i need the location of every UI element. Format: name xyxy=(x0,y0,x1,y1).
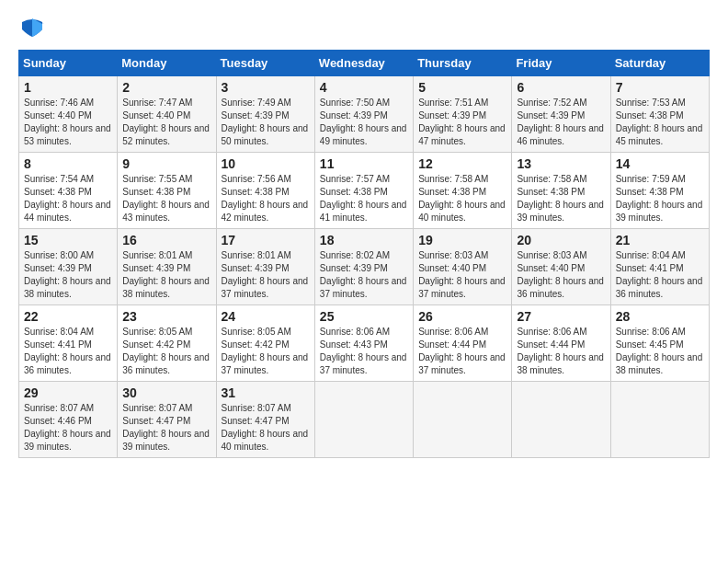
calendar-cell: 18 Sunrise: 8:02 AMSunset: 4:39 PMDaylig… xyxy=(314,229,413,305)
day-number: 26 xyxy=(418,309,506,324)
calendar-cell: 25 Sunrise: 8:06 AMSunset: 4:43 PMDaylig… xyxy=(314,305,413,382)
day-info: Sunrise: 8:03 AMSunset: 4:40 PMDaylight:… xyxy=(418,250,506,299)
day-info: Sunrise: 8:00 AMSunset: 4:39 PMDaylight:… xyxy=(24,250,111,299)
day-info: Sunrise: 8:01 AMSunset: 4:39 PMDaylight:… xyxy=(122,250,210,299)
day-number: 29 xyxy=(24,385,112,400)
day-info: Sunrise: 7:58 AMSunset: 4:38 PMDaylight:… xyxy=(517,174,604,223)
calendar-cell: 19 Sunrise: 8:03 AMSunset: 4:40 PMDaylig… xyxy=(414,229,512,305)
day-info: Sunrise: 8:04 AMSunset: 4:41 PMDaylight:… xyxy=(616,250,703,299)
calendar-cell: 2 Sunrise: 7:47 AMSunset: 4:40 PMDayligh… xyxy=(118,76,216,153)
day-info: Sunrise: 7:55 AMSunset: 4:38 PMDaylight:… xyxy=(122,174,210,223)
day-number: 18 xyxy=(320,233,408,247)
calendar-cell xyxy=(512,382,610,458)
calendar-cell: 23 Sunrise: 8:05 AMSunset: 4:42 PMDaylig… xyxy=(118,305,216,382)
calendar-cell: 21 Sunrise: 8:04 AMSunset: 4:41 PMDaylig… xyxy=(610,229,709,305)
day-info: Sunrise: 8:07 AMSunset: 4:47 PMDaylight:… xyxy=(122,403,210,452)
calendar-week-1: 1 Sunrise: 7:46 AMSunset: 4:40 PMDayligh… xyxy=(19,76,710,153)
calendar-week-5: 29 Sunrise: 8:07 AMSunset: 4:46 PMDaylig… xyxy=(19,382,710,458)
day-number: 7 xyxy=(616,80,704,95)
day-number: 9 xyxy=(122,156,210,171)
day-number: 24 xyxy=(222,309,310,324)
day-number: 11 xyxy=(320,156,408,171)
header-tuesday: Tuesday xyxy=(216,51,314,76)
day-info: Sunrise: 7:54 AMSunset: 4:38 PMDaylight:… xyxy=(24,174,111,223)
day-number: 14 xyxy=(616,156,704,171)
calendar-cell: 16 Sunrise: 8:01 AMSunset: 4:39 PMDaylig… xyxy=(118,229,216,305)
calendar-cell: 27 Sunrise: 8:06 AMSunset: 4:44 PMDaylig… xyxy=(512,305,610,382)
day-info: Sunrise: 7:59 AMSunset: 4:38 PMDaylight:… xyxy=(616,174,703,223)
day-number: 16 xyxy=(122,233,210,247)
day-number: 5 xyxy=(418,80,506,95)
day-info: Sunrise: 8:06 AMSunset: 4:44 PMDaylight:… xyxy=(517,327,604,375)
day-info: Sunrise: 8:04 AMSunset: 4:41 PMDaylight:… xyxy=(24,327,111,375)
day-number: 2 xyxy=(122,80,210,95)
day-info: Sunrise: 7:57 AMSunset: 4:38 PMDaylight:… xyxy=(320,174,407,223)
calendar-cell: 5 Sunrise: 7:51 AMSunset: 4:39 PMDayligh… xyxy=(414,76,512,153)
day-number: 15 xyxy=(24,233,112,247)
day-info: Sunrise: 8:05 AMSunset: 4:42 PMDaylight:… xyxy=(122,327,210,375)
calendar-cell: 30 Sunrise: 8:07 AMSunset: 4:47 PMDaylig… xyxy=(118,382,216,458)
day-info: Sunrise: 7:58 AMSunset: 4:38 PMDaylight:… xyxy=(418,174,506,223)
day-info: Sunrise: 7:53 AMSunset: 4:38 PMDaylight:… xyxy=(616,98,703,146)
calendar-cell: 29 Sunrise: 8:07 AMSunset: 4:46 PMDaylig… xyxy=(19,382,118,458)
calendar-week-4: 22 Sunrise: 8:04 AMSunset: 4:41 PMDaylig… xyxy=(19,305,710,382)
calendar-cell: 1 Sunrise: 7:46 AMSunset: 4:40 PMDayligh… xyxy=(19,76,118,153)
day-info: Sunrise: 7:51 AMSunset: 4:39 PMDaylight:… xyxy=(418,98,506,146)
calendar-cell: 9 Sunrise: 7:55 AMSunset: 4:38 PMDayligh… xyxy=(118,153,216,229)
calendar-header-row: SundayMondayTuesdayWednesdayThursdayFrid… xyxy=(19,51,710,76)
calendar-cell: 4 Sunrise: 7:50 AMSunset: 4:39 PMDayligh… xyxy=(314,76,413,153)
calendar-week-2: 8 Sunrise: 7:54 AMSunset: 4:38 PMDayligh… xyxy=(19,153,710,229)
day-number: 23 xyxy=(122,309,210,324)
day-info: Sunrise: 8:06 AMSunset: 4:43 PMDaylight:… xyxy=(320,327,407,375)
calendar-table: SundayMondayTuesdayWednesdayThursdayFrid… xyxy=(18,50,710,458)
logo xyxy=(18,15,50,42)
day-info: Sunrise: 8:07 AMSunset: 4:46 PMDaylight:… xyxy=(24,403,111,452)
calendar-cell: 14 Sunrise: 7:59 AMSunset: 4:38 PMDaylig… xyxy=(610,153,709,229)
day-number: 28 xyxy=(616,309,704,324)
day-info: Sunrise: 7:49 AMSunset: 4:39 PMDaylight:… xyxy=(222,98,309,146)
calendar-cell xyxy=(610,382,709,458)
calendar-cell: 22 Sunrise: 8:04 AMSunset: 4:41 PMDaylig… xyxy=(19,305,118,382)
day-number: 13 xyxy=(517,156,605,171)
header-monday: Monday xyxy=(118,51,216,76)
calendar-cell: 13 Sunrise: 7:58 AMSunset: 4:38 PMDaylig… xyxy=(512,153,610,229)
day-info: Sunrise: 8:05 AMSunset: 4:42 PMDaylight:… xyxy=(222,327,309,375)
calendar-cell: 20 Sunrise: 8:03 AMSunset: 4:40 PMDaylig… xyxy=(512,229,610,305)
day-number: 31 xyxy=(222,385,310,400)
calendar-cell: 12 Sunrise: 7:58 AMSunset: 4:38 PMDaylig… xyxy=(414,153,512,229)
header-sunday: Sunday xyxy=(19,51,118,76)
logo-icon xyxy=(18,15,46,42)
day-info: Sunrise: 7:56 AMSunset: 4:38 PMDaylight:… xyxy=(222,174,309,223)
day-number: 17 xyxy=(222,233,310,247)
header-thursday: Thursday xyxy=(414,51,512,76)
day-info: Sunrise: 7:52 AMSunset: 4:39 PMDaylight:… xyxy=(517,98,604,146)
calendar-cell: 26 Sunrise: 8:06 AMSunset: 4:44 PMDaylig… xyxy=(414,305,512,382)
day-number: 8 xyxy=(24,156,112,171)
day-number: 4 xyxy=(320,80,408,95)
calendar-cell: 7 Sunrise: 7:53 AMSunset: 4:38 PMDayligh… xyxy=(610,76,709,153)
day-number: 1 xyxy=(24,80,112,95)
day-number: 25 xyxy=(320,309,408,324)
day-info: Sunrise: 7:50 AMSunset: 4:39 PMDaylight:… xyxy=(320,98,407,146)
day-info: Sunrise: 8:01 AMSunset: 4:39 PMDaylight:… xyxy=(222,250,309,299)
day-number: 27 xyxy=(517,309,605,324)
calendar-cell: 10 Sunrise: 7:56 AMSunset: 4:38 PMDaylig… xyxy=(216,153,314,229)
day-info: Sunrise: 8:02 AMSunset: 4:39 PMDaylight:… xyxy=(320,250,407,299)
header-wednesday: Wednesday xyxy=(314,51,413,76)
header-saturday: Saturday xyxy=(610,51,709,76)
day-number: 6 xyxy=(517,80,605,95)
calendar-cell: 6 Sunrise: 7:52 AMSunset: 4:39 PMDayligh… xyxy=(512,76,610,153)
day-number: 20 xyxy=(517,233,605,247)
day-number: 3 xyxy=(222,80,310,95)
page-header xyxy=(18,15,710,42)
day-number: 21 xyxy=(616,233,704,247)
header-friday: Friday xyxy=(512,51,610,76)
calendar-week-3: 15 Sunrise: 8:00 AMSunset: 4:39 PMDaylig… xyxy=(19,229,710,305)
day-info: Sunrise: 8:06 AMSunset: 4:44 PMDaylight:… xyxy=(418,327,506,375)
day-info: Sunrise: 7:47 AMSunset: 4:40 PMDaylight:… xyxy=(122,98,210,146)
calendar-cell: 24 Sunrise: 8:05 AMSunset: 4:42 PMDaylig… xyxy=(216,305,314,382)
calendar-cell xyxy=(314,382,413,458)
calendar-cell xyxy=(414,382,512,458)
calendar-cell: 8 Sunrise: 7:54 AMSunset: 4:38 PMDayligh… xyxy=(19,153,118,229)
day-number: 10 xyxy=(222,156,310,171)
